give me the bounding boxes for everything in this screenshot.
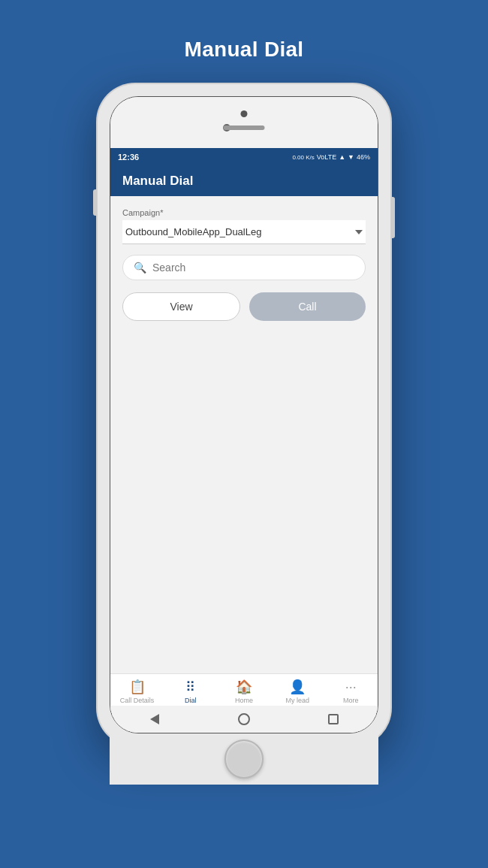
home-button-android[interactable] <box>236 712 252 727</box>
signal-icon: ▲ <box>339 153 345 161</box>
phone-shell: 12:36 0.00 K/s VoLTE ▲ ▼ 46% Manual Dial… <box>98 84 390 746</box>
network-speed-indicator: 0.00 K/s <box>292 154 314 161</box>
call-details-icon: 📋 <box>129 679 146 695</box>
campaign-label: Campaign* <box>122 208 366 217</box>
chevron-down-icon <box>355 230 363 234</box>
camera-dot <box>241 110 248 117</box>
more-icon: ··· <box>345 679 357 695</box>
dial-icon: ⠿ <box>185 679 195 695</box>
status-bar: 12:36 0.00 K/s VoLTE ▲ ▼ 46% <box>110 148 378 166</box>
speaker-grille <box>224 126 265 130</box>
volte-icon: VoLTE <box>317 153 336 161</box>
page-title: Manual Dial <box>185 38 304 62</box>
app-header: Manual Dial <box>110 166 378 196</box>
campaign-dropdown[interactable]: Outbound_MobileApp_DualLeg <box>122 220 366 244</box>
status-time: 12:36 <box>118 153 139 162</box>
nav-label-dial: Dial <box>185 697 197 704</box>
android-nav <box>110 706 378 733</box>
app-header-title: Manual Dial <box>122 174 193 188</box>
status-icons: 0.00 K/s VoLTE ▲ ▼ 46% <box>292 153 370 161</box>
nav-item-call-details[interactable]: 📋 Call Details <box>119 679 156 704</box>
phone-bottom <box>110 733 378 785</box>
home-icon: 🏠 <box>236 679 252 695</box>
phone-inner: 12:36 0.00 K/s VoLTE ▲ ▼ 46% Manual Dial… <box>110 96 378 733</box>
bottom-nav: 📋 Call Details ⠿ Dial 🏠 Home 👤 My lead ·… <box>110 673 378 706</box>
search-box[interactable]: 🔍 <box>122 255 366 280</box>
home-icon-android <box>238 713 250 725</box>
search-input[interactable] <box>152 262 354 274</box>
nav-label-call-details: Call Details <box>120 697 155 704</box>
wifi-icon: ▼ <box>348 153 354 161</box>
view-button[interactable]: View <box>122 292 240 321</box>
nav-label-my-lead: My lead <box>285 697 309 704</box>
action-buttons-row: View Call <box>122 292 366 321</box>
nav-label-home: Home <box>235 697 253 704</box>
back-button[interactable] <box>147 712 162 727</box>
nav-label-more: More <box>343 697 359 704</box>
nav-item-my-lead[interactable]: 👤 My lead <box>279 679 316 704</box>
recents-icon <box>328 714 339 724</box>
nav-item-dial[interactable]: ⠿ Dial <box>172 679 209 704</box>
app-content: Campaign* Outbound_MobileApp_DualLeg 🔍 V… <box>110 196 378 673</box>
recents-button[interactable] <box>326 712 341 727</box>
my-lead-icon: 👤 <box>289 679 306 695</box>
battery-level: 46% <box>357 153 370 161</box>
phone-top <box>110 97 378 148</box>
campaign-value: Outbound_MobileApp_DualLeg <box>125 226 261 237</box>
physical-home-button[interactable] <box>224 739 264 779</box>
back-icon <box>150 714 159 724</box>
call-button[interactable]: Call <box>249 292 366 321</box>
phone-screen: 12:36 0.00 K/s VoLTE ▲ ▼ 46% Manual Dial… <box>110 148 378 733</box>
nav-item-more[interactable]: ··· More <box>332 679 369 704</box>
search-icon: 🔍 <box>134 262 146 274</box>
nav-item-home[interactable]: 🏠 Home <box>225 679 263 704</box>
